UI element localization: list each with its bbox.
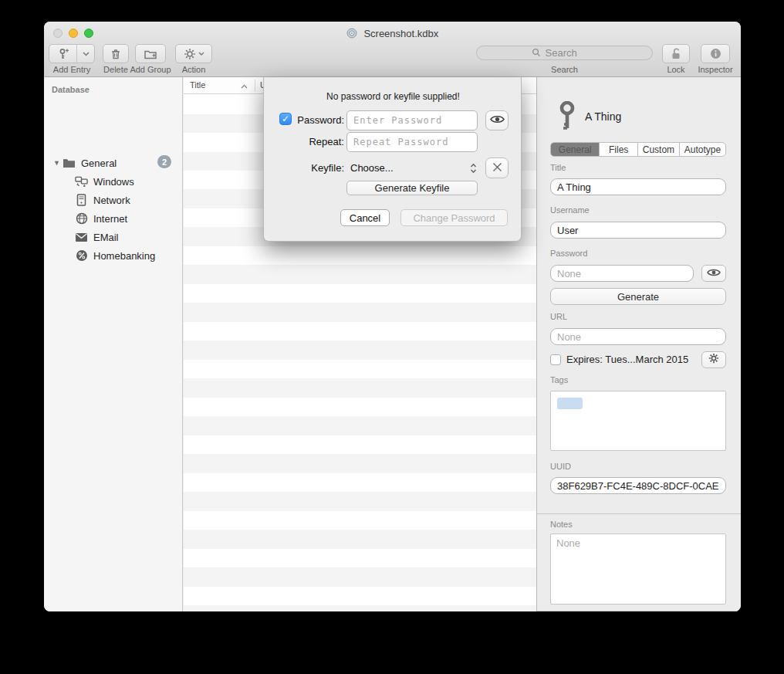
tab-autotype[interactable]: Autotype xyxy=(680,143,725,156)
sidebar-section-header: Database xyxy=(52,85,90,94)
title-field[interactable] xyxy=(550,178,726,195)
enter-password-input[interactable] xyxy=(346,110,478,130)
sidebar: Database ▼ General 2 Windows Network xyxy=(44,77,183,611)
tag-pill[interactable] xyxy=(557,398,583,409)
inspector-panel: A Thing General Files Custom Autotype Ti… xyxy=(536,77,741,611)
cancel-button[interactable]: Cancel xyxy=(340,209,390,226)
tab-custom[interactable]: Custom xyxy=(638,143,680,156)
gear-icon xyxy=(184,48,196,60)
window-header: Screenshot.kdbx xyxy=(44,22,741,77)
envelope-icon xyxy=(75,231,88,244)
eye-icon xyxy=(490,113,505,127)
inspector-button[interactable] xyxy=(701,44,730,63)
sort-ascending-icon xyxy=(241,81,248,90)
password-field-label: Password xyxy=(550,249,587,258)
add-entry-dropdown-arrow[interactable] xyxy=(77,45,94,63)
expires-checkbox[interactable] xyxy=(550,354,561,365)
trash-icon xyxy=(110,48,122,60)
username-field-label: Username xyxy=(550,205,590,215)
uuid-field[interactable] xyxy=(550,477,726,494)
sidebar-item-label: Internet xyxy=(93,213,127,225)
tags-label: Tags xyxy=(550,375,568,384)
action-button[interactable] xyxy=(175,44,212,63)
document-proxy-icon xyxy=(346,29,360,41)
folder-plus-icon xyxy=(144,48,157,60)
add-entry-button[interactable] xyxy=(49,44,95,63)
url-field-label: URL xyxy=(550,312,567,321)
inspector-tab-bar: General Files Custom Autotype xyxy=(550,142,726,157)
reveal-password-button[interactable] xyxy=(701,265,726,282)
sheet-message: No password or keyfile supplied! xyxy=(264,91,522,102)
clear-keyfile-button[interactable] xyxy=(485,157,509,178)
password-field[interactable] xyxy=(550,265,694,282)
generate-password-button[interactable]: Generate xyxy=(550,288,726,305)
search-icon xyxy=(532,46,541,60)
keyfile-label: Keyfile: xyxy=(264,162,344,174)
notes-textarea[interactable] xyxy=(550,533,726,605)
delete-button[interactable] xyxy=(103,44,129,63)
sidebar-item-label: Network xyxy=(93,195,130,206)
entry-title: A Thing xyxy=(585,110,621,123)
reveal-password-button[interactable] xyxy=(485,110,509,130)
screenshot-stage: Screenshot.kdbx xyxy=(0,0,784,674)
username-field[interactable] xyxy=(550,222,726,239)
group-count-badge: 2 xyxy=(157,155,171,168)
sidebar-item-label: EMail xyxy=(93,232,119,243)
gear-icon xyxy=(708,353,719,367)
search-input[interactable] xyxy=(544,46,598,59)
globe-icon xyxy=(75,212,88,225)
inspector-label: Inspector xyxy=(692,65,738,74)
keyfile-popup[interactable]: Choose... xyxy=(350,162,394,174)
sidebar-item-label: Windows xyxy=(93,176,134,188)
url-field[interactable] xyxy=(550,328,726,345)
server-icon xyxy=(75,194,88,207)
change-password-button[interactable]: Change Password xyxy=(400,209,508,226)
title-field-label: Title xyxy=(550,163,566,172)
generate-keyfile-button[interactable]: Generate Keyfile xyxy=(346,181,478,195)
password-label: Password: xyxy=(264,114,344,126)
sidebar-item-label: General xyxy=(81,157,117,169)
sidebar-item-network[interactable]: Network xyxy=(44,191,183,209)
window-title: Screenshot.kdbx xyxy=(44,28,741,41)
sidebar-item-homebanking[interactable]: Homebanking xyxy=(44,246,183,265)
x-icon xyxy=(492,161,502,175)
expires-row: Expires: Tues...March 2015 xyxy=(550,354,688,365)
padlock-open-icon xyxy=(670,47,682,60)
expires-label: Expires: Tues...March 2015 xyxy=(566,354,688,365)
search-field[interactable] xyxy=(476,46,653,60)
lock-button[interactable] xyxy=(662,44,690,63)
add-group-button[interactable] xyxy=(135,44,166,63)
eye-icon xyxy=(707,266,721,280)
notes-label: Notes xyxy=(550,520,573,529)
add-group-label: Add Group xyxy=(127,65,174,74)
workgroup-icon xyxy=(75,175,88,188)
repeat-label: Repeat: xyxy=(264,136,344,147)
sidebar-item-label: Homebanking xyxy=(93,250,155,262)
tags-box[interactable] xyxy=(550,391,726,451)
sidebar-item-email[interactable]: EMail xyxy=(44,228,183,246)
change-password-sheet: No password or keyfile supplied! ✓ Passw… xyxy=(263,77,522,242)
key-icon xyxy=(558,101,576,135)
search-label: Search xyxy=(476,65,653,74)
lock-label: Lock xyxy=(662,65,690,74)
add-entry-label: Add Entry xyxy=(49,65,95,74)
action-label: Action xyxy=(175,65,212,74)
tab-general[interactable]: General xyxy=(551,143,600,156)
expires-options-button[interactable] xyxy=(701,351,726,368)
sidebar-item-internet[interactable]: Internet xyxy=(44,209,183,228)
action-dropdown-arrow xyxy=(198,52,204,56)
sidebar-item-windows[interactable]: Windows xyxy=(44,172,183,191)
folder-icon xyxy=(63,157,76,170)
column-divider xyxy=(255,80,255,92)
popup-stepper-icon[interactable] xyxy=(469,162,477,174)
percent-icon xyxy=(75,249,88,262)
divider xyxy=(537,513,741,514)
key-plus-icon[interactable] xyxy=(49,45,77,63)
repeat-password-input[interactable] xyxy=(346,132,478,152)
info-icon xyxy=(710,48,721,59)
uuid-label: UUID xyxy=(550,462,571,471)
tab-files[interactable]: Files xyxy=(600,143,638,156)
disclosure-triangle-icon[interactable]: ▼ xyxy=(53,159,63,167)
column-header-title[interactable]: Title xyxy=(190,80,205,90)
